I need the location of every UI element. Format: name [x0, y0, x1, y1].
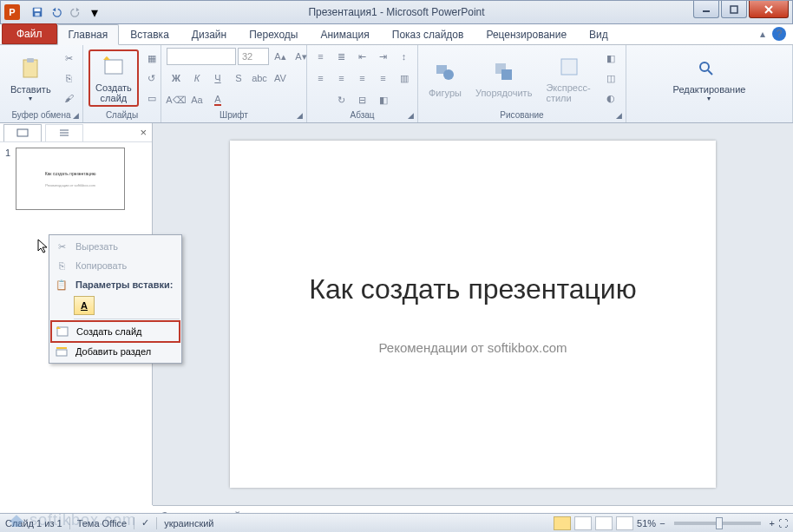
bullets-icon[interactable]: ≡ — [311, 47, 331, 66]
paragraph-dialog-launcher[interactable]: ◢ — [405, 110, 416, 121]
tab-slideshow[interactable]: Показ слайдов — [381, 24, 475, 44]
zoom-slider[interactable] — [674, 522, 761, 525]
slide[interactable]: Как создать презентацию Рекомендации от … — [230, 141, 716, 488]
strike-icon[interactable]: S — [229, 69, 248, 88]
zoom-value[interactable]: 51% — [637, 518, 656, 529]
format-painter-icon[interactable]: 🖌 — [60, 89, 79, 108]
svg-point-12 — [443, 69, 454, 80]
group-clipboard-label: Буфер обмена — [5, 109, 77, 121]
grow-font-icon[interactable]: A▴ — [271, 47, 290, 66]
tab-review[interactable]: Рецензирование — [475, 24, 578, 44]
tab-design[interactable]: Дизайн — [180, 24, 238, 44]
align-center-icon[interactable]: ≡ — [332, 69, 351, 88]
ctx-cut-label: Вырезать — [75, 241, 118, 252]
group-paragraph-label: Абзац — [312, 109, 412, 121]
shapes-button[interactable]: Фигуры — [423, 56, 467, 100]
tab-home[interactable]: Главная — [57, 24, 120, 45]
status-right: 51% − + ⛶ — [554, 516, 788, 530]
paste-button[interactable]: Вставить ▾ — [5, 53, 56, 104]
underline-icon[interactable]: Ч — [208, 69, 227, 88]
font-color-icon[interactable]: A — [208, 90, 227, 109]
redo-icon[interactable] — [67, 3, 84, 21]
reset-icon[interactable]: ↺ — [142, 69, 161, 88]
slide-subtitle-text[interactable]: Рекомендации от softikbox.com — [378, 340, 567, 355]
zoom-in-button[interactable]: + — [770, 518, 775, 529]
quick-styles-button[interactable]: Экспресс-стили — [541, 51, 598, 105]
zoom-out-button[interactable]: − — [659, 518, 665, 529]
shape-outline-icon[interactable]: ◫ — [601, 69, 620, 88]
font-size-input[interactable] — [238, 48, 269, 65]
normal-view-button[interactable] — [554, 516, 571, 530]
italic-icon[interactable]: К — [187, 69, 206, 88]
undo-icon[interactable] — [48, 3, 65, 21]
char-spacing-icon[interactable]: AV — [271, 69, 290, 88]
slide-thumbnail[interactable]: Как создать презентацию Рекомендации от … — [16, 148, 125, 210]
slide-area[interactable]: Как создать презентацию Рекомендации от … — [153, 123, 793, 505]
text-direction-icon[interactable]: ↻ — [332, 90, 351, 109]
shape-fill-icon[interactable]: ◧ — [601, 49, 620, 68]
maximize-button[interactable] — [721, 1, 747, 18]
line-spacing-icon[interactable]: ↕ — [395, 47, 414, 66]
align-right-icon[interactable]: ≡ — [353, 69, 372, 88]
new-slide-button[interactable]: Создать слайд — [88, 49, 139, 107]
help-icon[interactable]: ? — [772, 27, 786, 41]
cut-icon[interactable]: ✂ — [60, 49, 79, 68]
tab-insert[interactable]: Вставка — [119, 24, 180, 44]
tab-view[interactable]: Вид — [578, 24, 619, 44]
ctx-paste-options: A — [74, 294, 180, 317]
thumb-number: 1 — [5, 148, 10, 210]
status-theme: Тема Office — [77, 518, 128, 529]
paste-keep-formatting-button[interactable]: A — [74, 296, 95, 315]
window-controls — [693, 1, 792, 18]
panel-close-icon[interactable]: × — [140, 126, 147, 139]
drawing-dialog-launcher[interactable]: ◢ — [613, 110, 624, 121]
bold-icon[interactable]: Ж — [167, 69, 186, 88]
arrange-button[interactable]: Упорядочить — [470, 56, 537, 100]
shapes-label: Фигуры — [429, 88, 462, 98]
columns-icon[interactable]: ▥ — [395, 69, 414, 88]
minimize-button[interactable] — [693, 1, 719, 18]
copy-icon[interactable]: ⎘ — [60, 69, 79, 88]
font-name-input[interactable] — [167, 48, 236, 65]
ctx-new-slide[interactable]: Создать слайд — [50, 320, 180, 343]
increase-indent-icon[interactable]: ⇥ — [374, 47, 393, 66]
ctx-add-section[interactable]: Добавить раздел — [51, 342, 180, 361]
shadow-icon[interactable]: abc — [250, 69, 269, 88]
reading-view-button[interactable] — [595, 516, 613, 530]
status-slide-info: Слайд 1 из 1 — [5, 518, 62, 529]
thumbnail-area[interactable]: 1 Как создать презентацию Рекомендации о… — [0, 142, 152, 215]
save-icon[interactable] — [29, 3, 46, 21]
new-slide-label: Создать слайд — [95, 82, 132, 103]
numbering-icon[interactable]: ≣ — [332, 47, 351, 66]
section-icon[interactable]: ▭ — [142, 89, 161, 108]
smartart-icon[interactable]: ◧ — [374, 90, 393, 109]
qat-more-icon[interactable]: ▾ — [86, 3, 103, 21]
font-dialog-launcher[interactable]: ◢ — [294, 110, 305, 121]
spell-check-icon[interactable]: ✓ — [141, 517, 149, 529]
ctx-separator — [74, 319, 180, 319]
fit-to-window-button[interactable]: ⛶ — [778, 518, 788, 529]
justify-icon[interactable]: ≡ — [374, 69, 393, 88]
editing-button[interactable]: Редактирование ▾ — [668, 53, 751, 104]
change-case-icon[interactable]: Aa — [187, 90, 206, 109]
status-language[interactable]: украинский — [164, 518, 213, 529]
tab-animation[interactable]: Анимация — [309, 24, 380, 44]
find-icon — [695, 55, 723, 82]
group-slides-label: Слайды — [88, 109, 155, 121]
file-tab[interactable]: Файл — [2, 23, 57, 44]
thumbnails-tab[interactable] — [3, 124, 42, 141]
outline-tab[interactable] — [45, 124, 83, 141]
layout-icon[interactable]: ▦ — [142, 49, 161, 68]
align-left-icon[interactable]: ≡ — [311, 69, 331, 88]
slide-title-text[interactable]: Как создать презентацию — [309, 273, 636, 305]
slideshow-view-button[interactable] — [616, 516, 633, 530]
align-text-icon[interactable]: ⊟ — [353, 90, 372, 109]
clipboard-dialog-launcher[interactable]: ◢ — [70, 110, 81, 121]
minimize-ribbon-icon[interactable]: ▴ — [760, 28, 765, 40]
decrease-indent-icon[interactable]: ⇤ — [353, 47, 372, 66]
shape-effects-icon[interactable]: ◐ — [601, 89, 620, 108]
close-button[interactable] — [749, 1, 789, 18]
clear-format-icon[interactable]: A⌫ — [167, 90, 186, 109]
tab-transitions[interactable]: Переходы — [238, 24, 309, 44]
sorter-view-button[interactable] — [574, 516, 592, 530]
